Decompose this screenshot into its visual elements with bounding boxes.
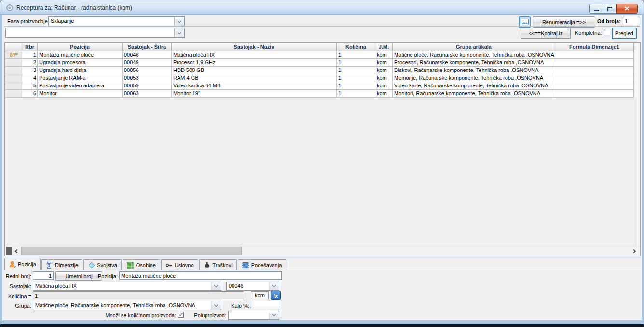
formula-button[interactable]: fx — [271, 291, 281, 300]
sifra-combo[interactable]: 00046 — [226, 282, 279, 291]
row-selector-cell[interactable] — [5, 90, 22, 98]
grid-cell[interactable]: Monitor 19" — [172, 90, 337, 98]
tab-dimenzije[interactable]: Dimenzije — [41, 259, 82, 270]
grid-cell[interactable]: 00056 — [123, 67, 172, 74]
grid-cell[interactable]: 1 — [337, 74, 375, 82]
grid-cell[interactable] — [555, 82, 634, 90]
kompletna-checkbox[interactable] — [604, 29, 610, 35]
grid-cell[interactable]: Procesor 1,9 GHz — [172, 59, 337, 67]
faza-proizvodnje-combo[interactable]: Sklapanje — [48, 16, 185, 26]
minimize-button[interactable] — [589, 4, 603, 14]
grid-cell[interactable]: Monitori, Računarske komponente, Tehničk… — [393, 90, 555, 98]
chevron-down-icon[interactable] — [174, 28, 184, 37]
grid-cell[interactable]: 4 — [22, 74, 38, 82]
row-selector-cell[interactable] — [5, 82, 22, 90]
grid-cell[interactable]: Diskovi, Računarske komponente, Tehnička… — [393, 67, 555, 74]
grid-cell[interactable]: Matična ploča HX — [172, 51, 337, 59]
pregled-button[interactable]: Pregled — [612, 28, 637, 39]
mnozi-checkbox[interactable] — [178, 312, 184, 318]
grid-header-cell[interactable]: Sastojak - Šifra — [123, 43, 172, 51]
grid-cell[interactable]: kom — [375, 67, 393, 74]
grid-header-cell[interactable]: Rbr — [22, 43, 38, 51]
grid-cell[interactable]: 1 — [337, 90, 375, 98]
tab-pozicija[interactable]: 2Pozicija — [4, 258, 41, 270]
grid-cell[interactable]: 00063 — [123, 90, 172, 98]
grid-cell[interactable]: kom — [375, 74, 393, 82]
scroll-left-button[interactable] — [12, 246, 20, 256]
grid-cell[interactable]: 00053 — [123, 74, 172, 82]
horizontal-scrollbar[interactable] — [5, 246, 640, 256]
grid-cell[interactable]: 5 — [22, 82, 38, 90]
grid-header-cell[interactable]: Formula Dimenzije1 — [555, 43, 634, 51]
grid-cell[interactable]: Matične ploče, Računarske komponente, Te… — [393, 51, 555, 59]
grid-cell[interactable]: 3 — [22, 67, 38, 74]
table-row[interactable]: 2Ugradnja procesora00049Procesor 1,9 GHz… — [5, 59, 634, 67]
grid-cell[interactable]: RAM 4 GB — [172, 74, 337, 82]
grid-cell[interactable]: Montaža matične ploče — [38, 51, 123, 59]
grid-header-cell[interactable]: Količina — [337, 43, 375, 51]
grid-cell[interactable] — [555, 67, 634, 74]
sastojak-combo[interactable]: Matična ploča HX — [33, 282, 221, 291]
tab-podešavanja[interactable]: Podešavanja — [238, 259, 287, 270]
grid-cell[interactable]: 2 — [22, 59, 38, 67]
scrollbar-thumb[interactable] — [21, 247, 242, 255]
grid-cell[interactable]: 1 — [337, 51, 375, 59]
grid-cell[interactable] — [555, 90, 634, 98]
grid-cell[interactable]: 1 — [22, 51, 38, 59]
grid-header-cell[interactable]: Grupa artikala — [393, 43, 555, 51]
table-row[interactable]: 4Postavljanje RAM-a00053RAM 4 GB1komMemo… — [5, 74, 634, 82]
grid-header-cell[interactable]: Pozicija — [38, 43, 123, 51]
scroll-right-button[interactable] — [630, 246, 639, 256]
title-bar[interactable]: Receptura za: Računar - radna stanica (k… — [0, 0, 644, 15]
grid-cell[interactable]: kom — [375, 90, 393, 98]
grid-cell[interactable]: Ugradnja hard diska — [38, 67, 123, 74]
table-row[interactable]: 5Postavljanje video adaptera00059Video k… — [5, 82, 634, 90]
tab-uslovno[interactable]: Uslovno — [161, 259, 198, 270]
row-selector-cell[interactable] — [5, 51, 22, 59]
kalo-input[interactable] — [251, 301, 279, 309]
grid-cell[interactable]: 6 — [22, 90, 38, 98]
grid-cell[interactable]: Postavljanje RAM-a — [38, 74, 123, 82]
grid-corner-cell[interactable] — [5, 43, 22, 51]
grid-cell[interactable] — [555, 51, 634, 59]
filter-combo[interactable] — [5, 28, 185, 38]
grid-cell[interactable]: kom — [375, 82, 393, 90]
splitter-handle[interactable] — [6, 247, 12, 255]
grid-cell[interactable]: kom — [375, 59, 393, 67]
redni-broj-input[interactable] — [33, 271, 54, 280]
grid-cell[interactable]: 00049 — [123, 59, 172, 67]
grid-cell[interactable]: Postavljanje video adaptera — [38, 82, 123, 90]
tab-osobine[interactable]: Osobine — [123, 259, 160, 270]
grid-cell[interactable] — [555, 74, 634, 82]
tab-troškovi[interactable]: Troškovi — [199, 259, 237, 270]
kopiraj-iz-button[interactable]: <<== Kopiraj iz — [521, 28, 571, 39]
table-row[interactable]: 1Montaža matične ploče00046Matična ploča… — [5, 51, 634, 59]
chevron-down-icon[interactable] — [269, 311, 279, 319]
grid-cell[interactable]: Procesori, Računarske komponente, Tehnič… — [393, 59, 555, 67]
grid-cell[interactable]: Memorije, Računarske komponente, Tehničk… — [393, 74, 555, 82]
jm-box[interactable]: kom — [251, 291, 269, 299]
grid-cell[interactable]: kom — [375, 51, 393, 59]
tab-svojstva[interactable]: Svojstva — [83, 259, 122, 270]
chevron-down-icon[interactable] — [269, 282, 279, 290]
chevron-down-icon[interactable] — [211, 282, 221, 290]
grid-cell[interactable]: HDD 500 GB — [172, 67, 337, 74]
grid-header-cell[interactable]: Sastojak - Naziv — [172, 43, 337, 51]
poluproizvod-combo[interactable] — [228, 311, 279, 320]
grid-cell[interactable]: 00046 — [123, 51, 172, 59]
row-selector-cell[interactable] — [5, 67, 22, 74]
row-selector-cell[interactable] — [5, 74, 22, 82]
grid-cell[interactable]: 1 — [337, 82, 375, 90]
maximize-button[interactable] — [603, 4, 617, 14]
grupa-combo[interactable]: Matične ploče, Računarske komponente, Te… — [33, 301, 221, 310]
grid-cell[interactable]: Video kartica 64 MB — [172, 82, 337, 90]
grid-cell[interactable]: 1 — [337, 67, 375, 74]
grid-header-cell[interactable]: J.M. — [375, 43, 393, 51]
vertical-scrollbar[interactable] — [636, 43, 640, 246]
pozicija-input[interactable] — [119, 271, 282, 280]
grid-cell[interactable]: 00059 — [123, 82, 172, 90]
grid-cell[interactable]: Ugradnja procesora — [38, 59, 123, 67]
close-button[interactable] — [616, 4, 638, 14]
od-broja-input[interactable] — [623, 17, 640, 25]
table-row[interactable]: 6Monitor00063Monitor 19"1komMonitori, Ra… — [5, 90, 634, 98]
